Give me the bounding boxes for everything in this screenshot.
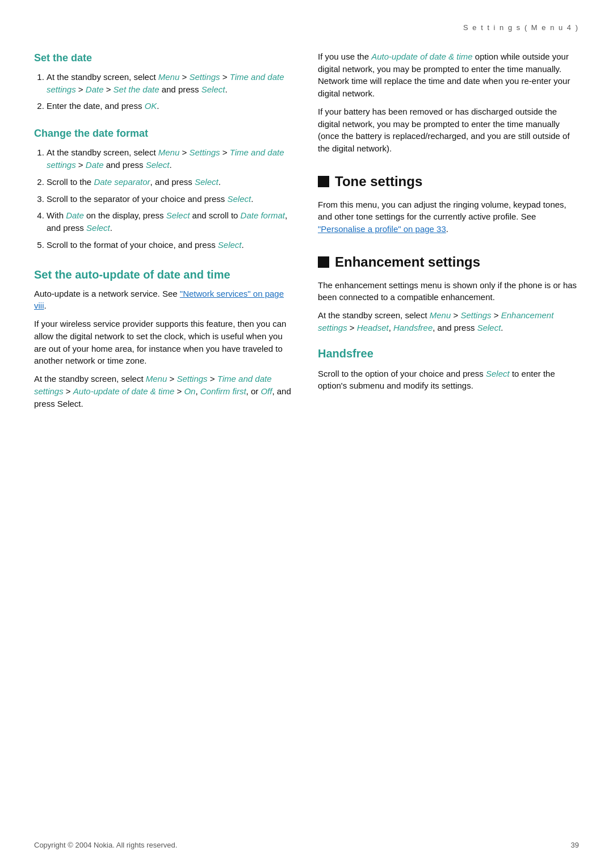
tone-settings-title: Tone settings: [335, 172, 422, 192]
italic-text: Auto-update of date & time: [371, 52, 472, 61]
personalise-link[interactable]: "Personalise a profile" on page 33: [318, 224, 446, 234]
tone-settings-header: Tone settings: [318, 172, 579, 192]
footer-copyright: Copyright © 2004 Nokia. All rights reser…: [34, 840, 177, 851]
change-date-format-title: Change the date format: [34, 126, 295, 141]
change-date-format-steps: At the standby screen, select Menu > Set…: [34, 146, 295, 251]
two-column-layout: Set the date At the standby screen, sele…: [34, 50, 579, 415]
page-header: S e t t i n g s ( M e n u 4 ): [34, 23, 579, 33]
italic-text: Select: [477, 323, 501, 332]
italic-text: Headset: [357, 323, 389, 332]
italic-text: Select: [201, 85, 225, 94]
header-text: S e t t i n g s ( M e n u 4 ): [463, 23, 579, 32]
set-date-title: Set the date: [34, 50, 295, 65]
italic-text: Menu: [430, 310, 451, 320]
italic-text: Date separator: [94, 177, 150, 187]
auto-update-para3: At the standby screen, select Menu > Set…: [34, 373, 295, 410]
page: S e t t i n g s ( M e n u 4 ) Set the da…: [0, 0, 613, 868]
right-column: If you use the Auto-update of date & tim…: [318, 50, 579, 415]
italic-text: Settings: [460, 310, 491, 320]
right-para1: If you use the Auto-update of date & tim…: [318, 50, 579, 100]
italic-text: Settings: [189, 148, 220, 157]
italic-text: Auto-update of date & time: [73, 386, 174, 396]
italic-text: Date: [86, 85, 104, 94]
right-para2: If your battery has been removed or has …: [318, 106, 579, 155]
square-bullet-icon2: [318, 256, 329, 268]
italic-text: Confirm first: [200, 386, 246, 396]
enhancement-settings-para1: The enhancement settings menu is shown o…: [318, 279, 579, 304]
italic-text: Off: [261, 386, 272, 396]
italic-text: Menu: [158, 72, 180, 82]
italic-text: Select: [486, 369, 510, 378]
italic-text: Select: [166, 210, 190, 220]
left-column: Set the date At the standby screen, sele…: [34, 50, 295, 415]
list-item: Enter the date, and press OK.: [47, 100, 295, 112]
italic-text: Select: [218, 240, 242, 250]
auto-update-para1: Auto-update is a network service. See "N…: [34, 288, 295, 313]
handsfree-title: Handsfree: [318, 345, 579, 362]
italic-text: Select: [86, 223, 110, 233]
italic-text: Settings: [177, 374, 207, 384]
list-item: Scroll to the format of your choice, and…: [47, 239, 295, 251]
italic-text: Settings: [189, 72, 220, 82]
page-number: 39: [571, 840, 579, 851]
italic-text: Date format: [241, 210, 285, 220]
tone-settings-section: Tone settings From this menu, you can ad…: [318, 172, 579, 235]
page-footer: Copyright © 2004 Nokia. All rights reser…: [0, 840, 613, 851]
italic-text: Menu: [146, 374, 167, 384]
italic-text: OK: [145, 101, 157, 111]
list-item: At the standby screen, select Menu > Set…: [47, 146, 295, 171]
italic-text: Set the date: [114, 85, 159, 94]
italic-text: On: [184, 386, 195, 396]
enhancement-settings-para2: At the standby screen, select Menu > Set…: [318, 309, 579, 334]
list-item: With Date on the display, press Select a…: [47, 209, 295, 234]
italic-text: Menu: [158, 148, 180, 157]
enhancement-settings-header: Enhancement settings: [318, 252, 579, 272]
square-bullet-icon: [318, 176, 329, 187]
italic-text: Select: [195, 177, 219, 187]
enhancement-settings-title: Enhancement settings: [335, 252, 480, 272]
italic-text: Date: [86, 160, 104, 170]
network-services-link[interactable]: "Network services" on page viii: [34, 289, 284, 311]
list-item: At the standby screen, select Menu > Set…: [47, 71, 295, 96]
list-item: Scroll to the Date separator, and press …: [47, 176, 295, 188]
auto-update-title: Set the auto-update of date and time: [34, 267, 295, 282]
italic-text: Handsfree: [393, 323, 433, 332]
auto-update-para2: If your wireless service provider suppor…: [34, 318, 295, 367]
italic-text: Select: [228, 194, 251, 204]
tone-settings-body: From this menu, you can adjust the ringi…: [318, 199, 579, 235]
set-date-steps: At the standby screen, select Menu > Set…: [34, 71, 295, 112]
handsfree-body: Scroll to the option of your choice and …: [318, 368, 579, 393]
italic-text: Select: [146, 160, 170, 170]
list-item: Scroll to the separator of your choice a…: [47, 193, 295, 205]
italic-text: Date: [66, 210, 84, 220]
enhancement-settings-section: Enhancement settings The enhancement set…: [318, 252, 579, 334]
